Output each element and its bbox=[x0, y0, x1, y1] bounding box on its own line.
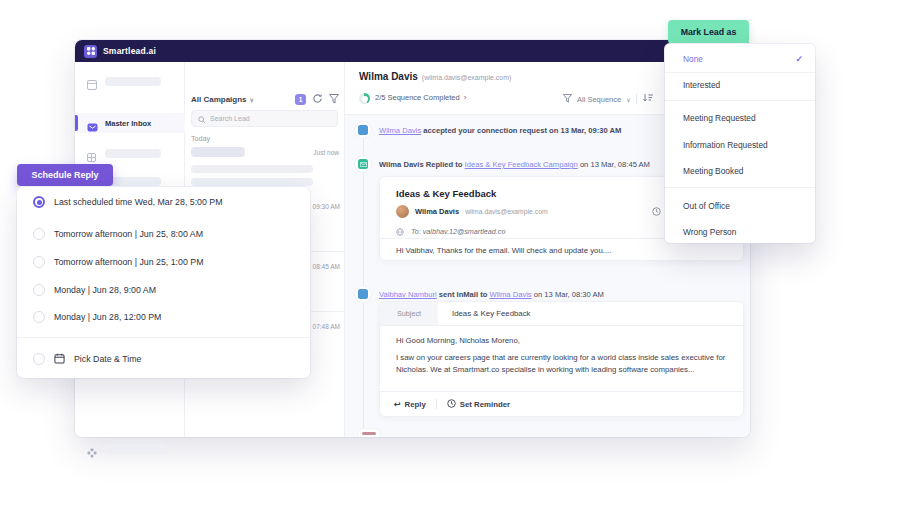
timeline-line bbox=[363, 130, 364, 430]
radio[interactable] bbox=[33, 256, 45, 268]
subject-row: Subject Ideas & Key Feedback bbox=[380, 302, 743, 326]
mark-lead-menu: None ✓ Interested Meeting Requested Info… bbox=[665, 44, 815, 243]
campaigns-dropdown[interactable]: All Campaigns ∨ bbox=[191, 95, 254, 104]
pick-date-time-option[interactable]: Pick Date & Time bbox=[33, 351, 300, 367]
menu-item-wrong-person[interactable]: Wrong Person bbox=[683, 224, 803, 240]
app-title: Smartlead.ai bbox=[103, 46, 156, 56]
smartlead-logo-icon bbox=[84, 45, 97, 58]
schedule-option[interactable]: Last scheduled time Wed, Mar 28, 5:00 PM bbox=[33, 194, 300, 210]
reply-arrow-icon: ↩ bbox=[394, 400, 401, 409]
sidebar-item-label: Master Inbox bbox=[105, 119, 151, 128]
sidebar-item-master-inbox[interactable]: Master Inbox bbox=[75, 113, 185, 133]
refresh-icon[interactable] bbox=[312, 90, 323, 108]
conversation-timestamp: 07:48 AM bbox=[313, 323, 340, 330]
avatar bbox=[396, 205, 409, 218]
reply-button[interactable]: ↩ Reply bbox=[394, 400, 426, 409]
menu-item-out-of-office[interactable]: Out of Office bbox=[683, 198, 803, 214]
filter-count-badge: 1 bbox=[295, 94, 306, 105]
skeleton-bar bbox=[191, 165, 313, 173]
page: Smartlead.ai Master Inbox bbox=[0, 0, 900, 507]
radio-selected[interactable] bbox=[33, 196, 45, 208]
schedule-reply-panel: Last scheduled time Wed, Mar 28, 5:00 PM… bbox=[17, 187, 310, 378]
event-connection-accepted: Wilma Davis accepted your connection req… bbox=[379, 126, 621, 135]
filter-icon[interactable] bbox=[329, 90, 339, 108]
mark-lead-as-button[interactable]: Mark Lead as bbox=[668, 20, 749, 44]
section-label: Today bbox=[191, 134, 210, 143]
schedule-option[interactable]: Tomorrow afternoon | Jun 25, 8:00 AM bbox=[33, 226, 300, 242]
subject-label: Subject bbox=[380, 302, 438, 325]
linkedin-icon bbox=[358, 289, 368, 299]
sequence-filter[interactable]: All Sequence bbox=[577, 95, 621, 104]
sender-link[interactable]: Vaibhav Namburi bbox=[379, 290, 437, 299]
grid-icon bbox=[87, 148, 97, 158]
campaign-link[interactable]: Ideas & Key Feedback Campaign bbox=[465, 160, 578, 169]
to-line: To: vaibhav.12@smartlead.co bbox=[411, 227, 505, 236]
linkedin-event-icon bbox=[355, 286, 371, 302]
linkedin-event-icon bbox=[355, 122, 371, 138]
menu-item-meeting-booked[interactable]: Meeting Booked bbox=[683, 163, 803, 179]
divider bbox=[665, 187, 815, 188]
active-indicator bbox=[75, 115, 78, 131]
menu-item-interested[interactable]: Interested bbox=[683, 77, 803, 93]
divider bbox=[636, 94, 637, 104]
event-replied: Wilma Davis Replied to Ideas & Key Feedb… bbox=[379, 160, 650, 169]
inmail-body: I saw on your careers page that are curr… bbox=[396, 352, 729, 376]
window-icon bbox=[87, 76, 97, 86]
search-input[interactable] bbox=[210, 115, 320, 122]
event-inmail-sent: Vaibhav Namburi sent InMail to Wilma Dav… bbox=[379, 290, 604, 299]
sort-icon[interactable] bbox=[642, 93, 654, 105]
app-topbar: Smartlead.ai bbox=[75, 40, 750, 62]
schedule-option[interactable]: Tomorrow afternoon | Jun 25, 1:00 PM bbox=[33, 254, 300, 270]
radio[interactable] bbox=[33, 284, 45, 296]
menu-item-meeting-requested[interactable]: Meeting Requested bbox=[683, 110, 803, 126]
skeleton-bar bbox=[191, 147, 245, 157]
inmail-card: Subject Ideas & Key Feedback Hi Good Mor… bbox=[379, 301, 744, 417]
from-name: Wilma Davis bbox=[415, 207, 459, 216]
clock-icon bbox=[652, 207, 661, 217]
divider bbox=[665, 72, 815, 73]
skeleton-bar bbox=[105, 177, 161, 186]
item-meta: Just now bbox=[313, 149, 339, 156]
skeleton-bar bbox=[105, 444, 167, 454]
divider bbox=[17, 337, 310, 338]
schedule-option[interactable]: Monday | Jun 28, 12:00 PM bbox=[33, 309, 300, 325]
email-event-icon bbox=[355, 156, 371, 172]
sidebar-item-campaigns[interactable] bbox=[75, 144, 185, 162]
envelope-icon bbox=[358, 159, 368, 169]
divider bbox=[665, 100, 815, 101]
inmail-footer: ↩ Reply Set Reminder bbox=[380, 391, 743, 416]
filter-icon bbox=[563, 94, 572, 105]
skeleton-bar bbox=[191, 178, 313, 186]
conversation-timestamp: 08:45 AM bbox=[313, 263, 340, 270]
schedule-option[interactable]: Monday | Jun 28, 9:00 AM bbox=[33, 282, 300, 298]
from-email: wilma.davis@example.com bbox=[465, 208, 547, 215]
schedule-reply-button[interactable]: Schedule Reply bbox=[17, 164, 113, 186]
clock-icon bbox=[447, 399, 456, 410]
lead-link[interactable]: Wilma Davis bbox=[379, 126, 421, 135]
subject-value: Ideas & Key Feedback bbox=[438, 302, 530, 325]
sidebar-item-dashboard[interactable] bbox=[75, 72, 185, 90]
calendar-icon bbox=[54, 350, 65, 368]
search-icon bbox=[198, 110, 206, 128]
sequence-progress-ring bbox=[359, 93, 370, 104]
chevron-down-icon: ∨ bbox=[626, 96, 630, 103]
search-lead-box bbox=[191, 110, 338, 127]
chevron-right-icon: › bbox=[464, 93, 467, 102]
divider bbox=[436, 399, 437, 409]
chevron-down-icon: ∨ bbox=[250, 96, 254, 103]
lead-link[interactable]: Wilma Davis bbox=[489, 290, 531, 299]
linkedin-icon bbox=[358, 125, 368, 135]
radio[interactable] bbox=[33, 353, 45, 365]
sequence-status[interactable]: 2/5 Sequence Completed › bbox=[375, 93, 466, 102]
email-title: Ideas & Key Feedback bbox=[396, 188, 496, 199]
set-reminder-button[interactable]: Set Reminder bbox=[447, 399, 510, 410]
menu-item-information-requested[interactable]: Information Requested bbox=[683, 137, 803, 153]
radio[interactable] bbox=[33, 228, 45, 240]
inbox-icon bbox=[87, 118, 97, 128]
menu-item-none[interactable]: None ✓ bbox=[683, 51, 803, 67]
radio[interactable] bbox=[33, 311, 45, 323]
skeleton-bar bbox=[105, 77, 161, 86]
sidebar-item-settings[interactable] bbox=[75, 440, 185, 458]
lead-email: (wilma.davis@example.com) bbox=[422, 74, 512, 81]
email-body: Hi Vaibhav, Thanks for the email. Will c… bbox=[396, 245, 611, 257]
